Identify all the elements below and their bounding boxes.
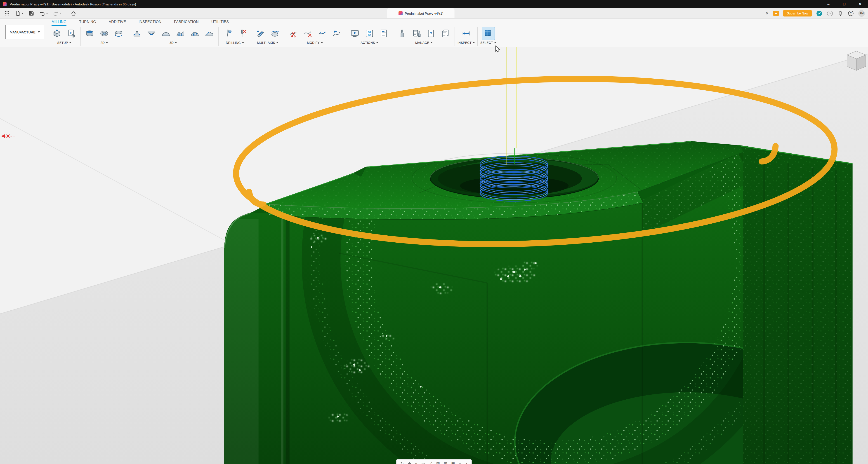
zoom-window-icon[interactable]: ▭ xyxy=(421,462,425,464)
group-inspect: INSPECT xyxy=(455,27,477,44)
flow-button[interactable] xyxy=(203,27,216,40)
group-3d: 3D xyxy=(128,27,218,44)
flow-icon xyxy=(205,29,214,38)
group-label-3d[interactable]: 3D xyxy=(169,41,177,44)
2d-contour-button[interactable] xyxy=(112,27,125,40)
sync-status-icon[interactable] xyxy=(816,10,822,16)
grid-icon[interactable]: ⊞ xyxy=(444,462,447,464)
orbit-icon[interactable]: ↻ xyxy=(401,462,404,464)
tool-document-button[interactable] xyxy=(410,27,423,40)
gcode-document-button[interactable]: G xyxy=(425,27,437,40)
tab-utilities[interactable]: UTILITIES xyxy=(211,20,229,26)
nc-program-button[interactable]: G xyxy=(65,27,78,40)
tool-library-button[interactable] xyxy=(396,27,408,40)
deep-drill-button[interactable] xyxy=(236,27,248,40)
file-icon xyxy=(15,10,21,16)
viewports-icon[interactable]: ⬒ xyxy=(451,462,455,464)
dropdown-caret-icon xyxy=(276,42,278,43)
group-label-inspect[interactable]: INSPECT xyxy=(458,41,475,44)
tab-milling[interactable]: MILLING xyxy=(52,20,66,26)
group-label-drilling[interactable]: DRILLING xyxy=(226,41,244,44)
layout-icon[interactable]: ≡ xyxy=(459,462,461,464)
undo-button[interactable] xyxy=(39,10,48,16)
new-setup-button[interactable] xyxy=(51,27,63,40)
face-button[interactable] xyxy=(84,27,96,40)
viewport-canvas[interactable] xyxy=(0,47,868,464)
tab-additive[interactable]: ADDITIVE xyxy=(109,20,126,26)
job-status-icon[interactable] xyxy=(827,10,833,16)
user-avatar[interactable]: PM xyxy=(858,10,865,17)
new-tab-button[interactable]: + xyxy=(773,11,779,16)
tab-turning[interactable]: TURNING xyxy=(79,20,96,26)
steep-shallow-button[interactable] xyxy=(160,27,172,40)
home-icon xyxy=(70,10,76,16)
tool-document-icon xyxy=(412,29,421,38)
group-2d: 2D xyxy=(81,27,128,44)
group-label-multi-axis[interactable]: MULTI-AXIS xyxy=(257,41,278,44)
group-label-2d[interactable]: 2D xyxy=(101,41,108,44)
redo-icon xyxy=(53,10,59,16)
group-label-setup[interactable]: SETUP xyxy=(57,41,71,44)
post-process-icon: G1 G2 xyxy=(365,29,374,38)
data-panel-button[interactable] xyxy=(4,10,10,16)
navigation-bar: ↻ ✚ ⌖ ▭ ⤢ ▦ ⊞ ⬒ ≡ ◔ xyxy=(396,459,472,464)
fit-icon[interactable]: ⤢ xyxy=(429,462,432,464)
dropdown-caret-icon xyxy=(175,42,177,43)
measure-button[interactable] xyxy=(460,27,472,40)
maximize-button[interactable]: □ xyxy=(836,0,852,8)
templates-button[interactable] xyxy=(439,27,452,40)
dropdown-caret-icon xyxy=(69,42,71,43)
post-process-button[interactable]: G1 G2 xyxy=(363,27,376,40)
save-button[interactable] xyxy=(29,10,34,16)
setup-sheet-button[interactable] xyxy=(377,27,390,40)
redo-button[interactable] xyxy=(53,10,61,16)
linking-button[interactable] xyxy=(330,27,343,40)
pan-icon[interactable]: ✚ xyxy=(408,462,411,464)
tab-fabrication[interactable]: FABRICATION xyxy=(174,20,199,26)
stacked-documents-icon xyxy=(441,29,450,38)
group-label-manage[interactable]: MANAGE xyxy=(415,41,432,44)
linking-icon xyxy=(332,29,341,38)
simulate-button[interactable] xyxy=(348,27,361,40)
group-label-modify[interactable]: MODIFY xyxy=(307,41,323,44)
group-label-actions[interactable]: ACTIONS xyxy=(361,41,378,44)
swarf-button[interactable] xyxy=(254,27,267,40)
close-document-button[interactable]: ✕ xyxy=(766,11,769,16)
tab-inspection[interactable]: INSPECTION xyxy=(138,20,161,26)
2d-pocket-icon xyxy=(99,29,109,38)
nc-program-icon: G xyxy=(67,29,76,38)
tool-library-icon xyxy=(397,29,407,38)
scallop-button[interactable] xyxy=(188,27,201,40)
select-button[interactable] xyxy=(482,27,495,40)
save-icon xyxy=(29,10,34,16)
rotary-button[interactable] xyxy=(269,27,281,40)
scallop-icon xyxy=(190,29,199,38)
edit-passes-button[interactable] xyxy=(316,27,329,40)
workspace-selector[interactable]: MANUFACTURE xyxy=(5,25,44,39)
close-button[interactable]: ✕ xyxy=(852,0,868,8)
pocket-clearing-button[interactable] xyxy=(145,27,158,40)
workspace-tabs: MILLING TURNING ADDITIVE INSPECTION FABR… xyxy=(52,20,229,26)
file-menu-button[interactable] xyxy=(15,10,24,16)
trim-toolpath-button[interactable] xyxy=(287,27,300,40)
settings-icon[interactable]: ◔ xyxy=(465,462,467,464)
help-icon[interactable]: ? xyxy=(848,10,854,16)
parallel-button[interactable] xyxy=(174,27,187,40)
subscribe-button[interactable]: Subscribe Now xyxy=(783,10,812,16)
dropdown-caret-icon xyxy=(376,42,378,43)
delete-passes-button[interactable] xyxy=(301,27,314,40)
minimize-button[interactable]: – xyxy=(820,0,836,8)
view-cube[interactable] xyxy=(847,51,866,70)
title-bar: Predni naboj Pravy v4*(1) (Bossmodels) -… xyxy=(0,0,868,8)
home-button[interactable] xyxy=(70,10,76,16)
document-tab[interactable]: Predni naboj Pravy v4*(1) xyxy=(387,8,455,18)
adaptive-clearing-button[interactable] xyxy=(131,27,143,40)
notifications-bell-icon[interactable] xyxy=(837,10,843,16)
group-label-select[interactable]: SELECT xyxy=(480,41,496,44)
zoom-icon[interactable]: ⌖ xyxy=(415,462,417,464)
fusion-document-icon xyxy=(399,11,403,15)
2d-pocket-button[interactable] xyxy=(98,27,111,40)
drill-button[interactable] xyxy=(221,27,234,40)
gcode-document-icon: G xyxy=(426,29,436,38)
display-settings-icon[interactable]: ▦ xyxy=(436,462,440,464)
